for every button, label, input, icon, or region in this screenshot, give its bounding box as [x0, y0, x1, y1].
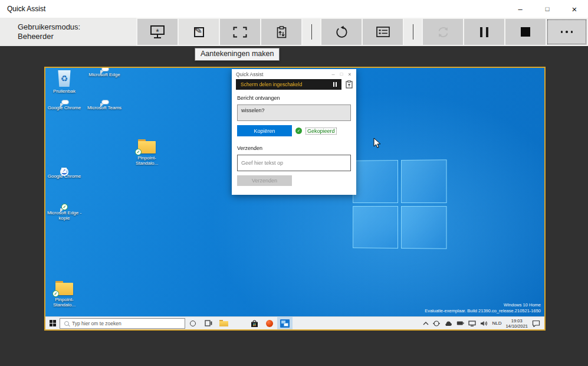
- more-options-button[interactable]: [547, 19, 587, 45]
- stop-icon: [521, 27, 530, 37]
- remote-window-titlebar: Quick Assist – □ ×: [232, 69, 356, 79]
- desktop-icon-pinpoint-folder[interactable]: ✓ Pinpoint-Standalo...: [128, 139, 166, 166]
- search-input[interactable]: [72, 321, 185, 326]
- quick-assist-taskbar-button[interactable]: [277, 317, 293, 330]
- file-explorer-icon: [219, 320, 228, 326]
- annotate-button[interactable]: ✎: [179, 19, 219, 45]
- copy-button[interactable]: Kopiëren: [237, 125, 292, 136]
- task-view-icon: [205, 320, 212, 326]
- clock-date: 14/10/2021: [505, 323, 528, 329]
- received-label: Bericht ontvangen: [237, 95, 351, 101]
- pause-icon: [480, 27, 488, 37]
- action-center-icon[interactable]: [532, 320, 540, 327]
- monitor-annotation-button[interactable]: *: [137, 19, 178, 45]
- remote-maximize-button[interactable]: □: [337, 71, 346, 77]
- office-button[interactable]: [262, 317, 277, 330]
- pause-button[interactable]: [464, 19, 504, 45]
- received-message-box: wisselen?: [237, 104, 351, 121]
- remote-close-button[interactable]: ×: [346, 71, 354, 77]
- maximize-button[interactable]: □: [534, 0, 561, 18]
- update-status-icon[interactable]: [433, 320, 440, 327]
- folder-icon: ✓: [55, 281, 73, 295]
- taskbar-clock[interactable]: 19:03 14/10/2021: [505, 318, 528, 329]
- instructions-button[interactable]: [261, 19, 301, 45]
- window-controls: – □ ×: [507, 0, 588, 18]
- restart-button[interactable]: [321, 19, 362, 45]
- windows-watermark: Windows 10 Home Evaluatie-exemplaar. Bui…: [425, 302, 541, 314]
- desktop-icon-recycle-bin[interactable]: ♻ Prullenbak: [45, 70, 83, 94]
- reconnect-button: [423, 19, 463, 45]
- desktop-icon-microsoft-teams[interactable]: Microsoft Teams: [86, 103, 123, 110]
- language-indicator[interactable]: NLD: [492, 321, 501, 326]
- store-icon: [251, 319, 258, 328]
- toolbar-separator: [404, 19, 422, 45]
- recycle-bin-icon: ♻: [57, 70, 71, 87]
- fit-screen-icon: [233, 27, 247, 38]
- task-manager-button[interactable]: [363, 19, 403, 45]
- desktop-icon-edge-kopie[interactable]: ✓ Microsoft Edge - kopie: [45, 208, 83, 221]
- user-mode-label: Gebruikersmodus: Beheerder: [0, 18, 136, 46]
- check-badge-icon: ✓: [135, 149, 142, 155]
- battery-icon[interactable]: [456, 321, 464, 326]
- desktop-icon-microsoft-edge[interactable]: Microsoft Edge: [86, 70, 123, 77]
- annotate-icon: ✎: [194, 27, 204, 37]
- microsoft-store-button[interactable]: [247, 317, 262, 330]
- cortana-button[interactable]: [185, 317, 201, 330]
- remote-window-title: Quick Assist: [232, 71, 329, 77]
- monitor-annotation-icon: *: [150, 25, 165, 35]
- office-icon: [266, 320, 273, 327]
- cortana-icon: [190, 321, 196, 326]
- minimize-icon: –: [518, 5, 522, 14]
- taskbar-search-box[interactable]: [60, 318, 185, 329]
- tray-chevron-icon[interactable]: [423, 322, 429, 325]
- task-manager-icon: [376, 27, 390, 37]
- windows-start-icon: [50, 320, 56, 326]
- stop-button[interactable]: [505, 19, 546, 45]
- toolbar: Gebruikersmodus: Beheerder * ✎: [0, 18, 588, 46]
- sharing-status-banner: Scherm delen ingeschakeld: [236, 79, 341, 90]
- copied-link[interactable]: Gekopieerd: [306, 128, 337, 135]
- quick-assist-icon: [280, 319, 290, 328]
- fit-screen-button[interactable]: [220, 19, 260, 45]
- pause-sharing-icon[interactable]: [333, 82, 337, 87]
- check-badge-icon: ✓: [52, 290, 59, 297]
- desktop-icon-pinpoint-folder-2[interactable]: ✓ Pinpoint-Standalo...: [45, 281, 83, 308]
- file-explorer-button[interactable]: [216, 317, 231, 330]
- check-badge-icon: ✓: [61, 204, 68, 210]
- cloud-badge-icon: [61, 100, 69, 104]
- remote-taskbar: NLD 19:03 14/10/2021: [45, 316, 544, 329]
- task-view-button[interactable]: [201, 317, 216, 330]
- restart-icon: [335, 25, 349, 39]
- send-label: Verzenden: [237, 145, 351, 151]
- clipboard-icon[interactable]: [346, 80, 353, 89]
- search-icon: [64, 321, 69, 326]
- remote-minimize-button[interactable]: –: [329, 71, 337, 77]
- network-icon[interactable]: [468, 321, 476, 326]
- close-icon: ×: [572, 4, 577, 14]
- toolbar-separator: [303, 19, 320, 45]
- app-titlebar: Quick Assist – □ ×: [0, 0, 588, 18]
- remote-window-body: Bericht ontvangen wisselen? Kopiëren ✓ G…: [232, 95, 356, 186]
- windows-wallpaper-logo: [353, 159, 446, 249]
- app-title: Quick Assist: [0, 5, 45, 13]
- remote-desktop-view[interactable]: ♻ Prullenbak Microsoft Edge Google Chrom…: [44, 67, 546, 331]
- remote-mouse-cursor: [373, 138, 381, 151]
- send-message-input[interactable]: [237, 155, 351, 171]
- instructions-icon: [277, 26, 287, 38]
- minimize-button[interactable]: –: [507, 0, 534, 18]
- desktop-icon-google-chrome[interactable]: ↗ Google Chrome: [45, 172, 83, 179]
- tooltip: Aantekeningen maken: [195, 48, 280, 61]
- desktop-icon-google-chrome-file[interactable]: Google Chrome: [45, 103, 83, 110]
- send-button[interactable]: Verzenden: [237, 175, 292, 186]
- remote-banner-row: Scherm delen ingeschakeld: [236, 79, 353, 90]
- onedrive-icon[interactable]: [444, 321, 452, 326]
- close-button[interactable]: ×: [561, 0, 588, 18]
- shortcut-arrow-icon: ↗: [61, 168, 67, 173]
- volume-icon[interactable]: [480, 321, 488, 326]
- quick-assist-app: Quick Assist – □ × Gebruikersmodus: Behe…: [0, 0, 588, 366]
- folder-icon: ✓: [138, 139, 156, 153]
- start-button[interactable]: [45, 317, 60, 330]
- maximize-icon: □: [546, 5, 550, 12]
- copied-check-icon: ✓: [295, 128, 302, 134]
- clock-time: 19:03: [505, 318, 528, 323]
